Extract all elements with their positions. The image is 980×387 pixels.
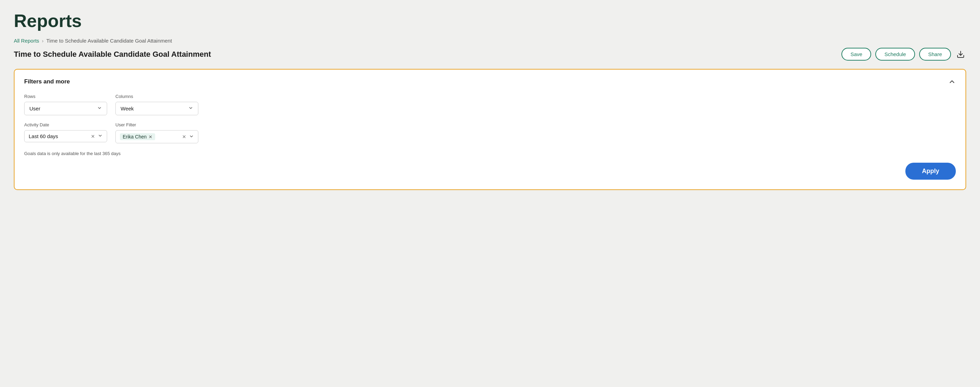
user-filter-controls: ✕ [181,134,194,140]
user-filter-label: User Filter [115,122,198,127]
report-header: Time to Schedule Available Candidate Goa… [14,48,966,61]
activity-date-filter-group: Activity Date Last 60 days ✕ [24,122,107,143]
user-filter-group: User Filter Erika Chen ✕ ✕ [115,122,198,143]
filter-row-1: Rows User Columns Week [24,94,956,115]
columns-filter-group: Columns Week [115,94,198,115]
header-actions: Save Schedule Share [842,48,966,61]
activity-date-select[interactable]: Last 60 days ✕ [24,130,107,142]
columns-arrow-icon [188,106,193,112]
filter-row-2: Activity Date Last 60 days ✕ User Filter… [24,122,956,143]
save-button[interactable]: Save [842,48,871,61]
breadcrumb-current: Time to Schedule Available Candidate Goa… [46,38,172,44]
report-title: Time to Schedule Available Candidate Goa… [14,50,211,59]
columns-select[interactable]: Week [115,102,198,115]
activity-date-label: Activity Date [24,122,107,127]
rows-arrow-icon [97,106,102,112]
breadcrumb-separator: › [42,38,43,44]
activity-date-clear-button[interactable]: ✕ [90,134,96,139]
filter-footer: Apply [24,163,956,180]
user-filter-tag-text: Erika Chen [123,134,146,139]
page-title: Reports [14,11,966,31]
user-filter-clear-button[interactable]: ✕ [181,134,187,139]
collapse-button[interactable] [948,78,956,85]
rows-select[interactable]: User [24,102,107,115]
breadcrumb-all-reports[interactable]: All Reports [14,38,39,44]
user-filter-arrow-icon [189,134,194,140]
hint-text: Goals data is only available for the las… [24,150,956,157]
apply-button[interactable]: Apply [905,163,956,180]
filters-title: Filters and more [24,78,70,85]
activity-date-value: Last 60 days [29,133,58,139]
user-filter-tag-remove-button[interactable]: ✕ [149,134,153,139]
user-filter-select[interactable]: Erika Chen ✕ ✕ [115,130,198,143]
rows-value: User [29,106,40,112]
download-button[interactable] [955,49,966,60]
share-button[interactable]: Share [919,48,951,61]
breadcrumb: All Reports › Time to Schedule Available… [14,38,966,44]
rows-label: Rows [24,94,107,99]
filters-panel: Filters and more Rows User Columns Week [14,69,966,190]
filters-header: Filters and more [24,78,956,85]
user-filter-tag: Erika Chen ✕ [120,133,155,140]
activity-date-arrow-icon [98,133,103,139]
schedule-button[interactable]: Schedule [875,48,915,61]
rows-filter-group: Rows User [24,94,107,115]
activity-date-controls: ✕ [90,133,103,139]
columns-label: Columns [115,94,198,99]
columns-value: Week [121,106,134,112]
